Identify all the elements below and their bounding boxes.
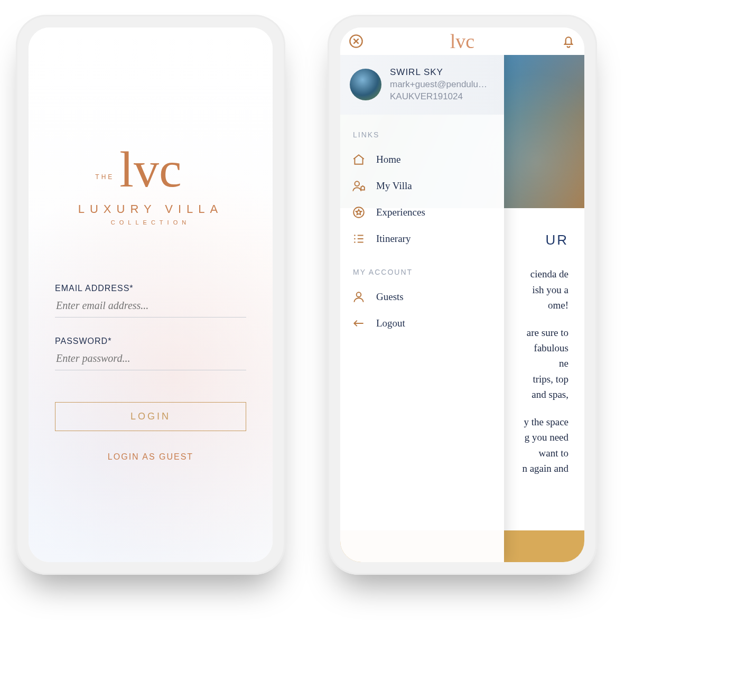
nav-item-label: Experiences [376,207,425,218]
topbar: lvc [340,27,584,55]
nav-item-label: Guests [376,291,404,303]
email-label: EMAIL ADDRESS* [55,284,246,293]
nav-item-experiences[interactable]: Experiences [340,199,504,226]
nav-item-itinerary[interactable]: Itinerary [340,226,504,252]
brand-the: THE [95,175,114,179]
bell-icon[interactable] [561,34,576,49]
user-ref: KAUKVER191024 [390,91,495,103]
list-icon [352,232,366,246]
section-links-label: LINKS [340,115,504,146]
user-name: SWIRL SKY [390,67,495,79]
login-as-guest-link[interactable]: LOGIN AS GUEST [55,452,246,462]
login-screen: THE lvc LUXURY VILLA COLLECTION EMAIL AD… [29,27,273,562]
home-icon [352,153,366,166]
phone-frame-login: THE lvc LUXURY VILLA COLLECTION EMAIL AD… [16,15,285,575]
email-input[interactable] [55,293,246,318]
section-account-label: MY ACCOUNT [340,252,504,284]
close-icon[interactable] [349,34,363,49]
topbar-logo: lvc [450,31,474,51]
user-email: mark+guest@pendulumcr... [390,79,495,91]
nav-item-label: Home [376,154,400,165]
arrow-left-icon [352,316,366,330]
avatar [350,69,381,100]
login-button[interactable]: LOGIN [55,402,246,431]
nav-item-label: Itinerary [376,233,411,245]
brand-logo: THE lvc LUXURY VILLA COLLECTION [55,154,246,226]
brand-script: lvc [119,141,181,198]
brand-name: LUXURY VILLA [55,202,246,216]
nav-item-home[interactable]: Home [340,146,504,173]
brand-sub: COLLECTION [55,219,246,226]
nav-item-my-villa[interactable]: My Villa [340,173,504,199]
svg-point-1 [355,181,359,186]
phone-frame-menu: lvc UR cienda de ish you a ome! are sure… [328,15,597,575]
svg-point-5 [354,241,356,243]
villa-icon [352,179,366,193]
home-screen-with-drawer: lvc UR cienda de ish you a ome! are sure… [340,27,584,562]
star-badge-icon [352,206,366,219]
nav-item-label: My Villa [376,180,412,192]
password-input[interactable] [55,346,246,370]
svg-point-3 [354,235,356,236]
nav-drawer: SWIRL SKY mark+guest@pendulumcr... KAUKV… [340,55,504,562]
nav-item-guests[interactable]: Guests [340,284,504,310]
user-header[interactable]: SWIRL SKY mark+guest@pendulumcr... KAUKV… [340,55,504,115]
password-label: PASSWORD* [55,337,246,346]
svg-point-9 [357,292,361,297]
nav-item-label: Logout [376,318,405,329]
user-icon [352,290,366,304]
svg-point-4 [354,238,356,240]
nav-item-logout[interactable]: Logout [340,310,504,337]
